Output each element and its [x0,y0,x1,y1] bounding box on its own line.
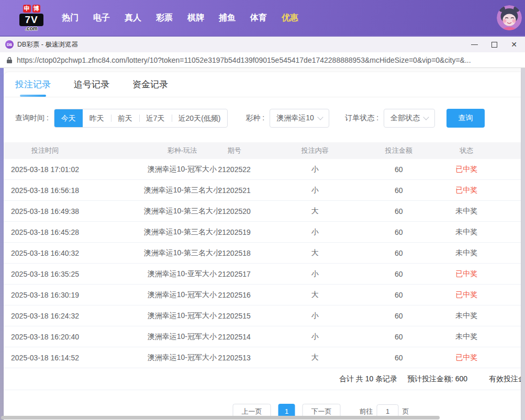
cell-time: 2025-03-18 16:14:52 [11,354,79,362]
cell-play: 澳洲幸运10-第三名大小 [144,207,220,216]
nav-item-1[interactable]: 电子 [86,13,117,24]
logo-char-1: 申 [23,5,31,13]
cell-content: 大 [311,353,319,362]
cell-period: 21202516 [218,291,250,299]
summary-total-records: 合计 共 10 条记录 [339,374,397,384]
brand-logo[interactable]: 申 博 7V .com [15,5,48,31]
cell-status: 未中奖 [455,207,477,216]
column-header-4: 投注金额 [385,146,412,155]
cell-content: 小 [311,311,319,321]
logo-sub-text: .com [15,26,48,31]
table-row: 2025-03-18 16:24:32澳洲幸运10-冠军大小21202515小6… [4,305,521,326]
cell-period: 21202522 [218,165,250,174]
table-row: 2025-03-18 16:30:19澳洲幸运10-冠军大小21202516大6… [4,285,521,305]
app-icon: DB [5,40,14,49]
cell-time: 2025-03-18 16:49:38 [11,207,79,215]
filter-bar: 查询时间 : 今天昨天前天近7天近20天(低频) 彩种 : 澳洲幸运10 订单状… [4,109,521,128]
close-button[interactable]: ✕ [504,37,524,52]
cell-time: 2025-03-18 16:56:18 [11,186,79,195]
bet-records-table: 投注时间彩种-玩法期号投注内容投注金额状态 2025-03-18 17:01:0… [4,142,521,390]
cell-content: 小 [311,165,319,174]
vertical-scrollbar-track[interactable] [521,68,525,420]
minimize-icon [471,44,478,45]
window-titlebar[interactable]: DB DB彩票 - 极速浏览器 ✕ [0,36,525,52]
record-tabs: 投注记录追号记录资金记录 [4,72,521,97]
cell-period: 21202517 [218,270,250,278]
maximize-button[interactable] [484,37,504,52]
order-status-select[interactable]: 全部状态 [384,109,435,128]
avatar-illustration [497,5,522,30]
nav-item-5[interactable]: 捕鱼 [211,13,243,24]
goto-page-label: 前往 [360,407,373,416]
cell-period: 21202513 [218,354,250,362]
time-option-2[interactable]: 前天 [111,109,139,127]
cell-amount: 60 [395,228,403,236]
cell-status: 未中奖 [455,248,477,258]
cell-status: 未中奖 [455,311,477,321]
nav-item-3[interactable]: 彩票 [149,13,180,24]
cell-amount: 60 [395,354,403,362]
time-option-0[interactable]: 今天 [54,109,83,127]
time-option-4[interactable]: 近20天(低频) [172,109,228,127]
table-row: 2025-03-18 17:01:02澳洲幸运10-冠军大小21202522小6… [4,159,521,180]
cell-content: 大 [311,207,319,216]
nav-item-0[interactable]: 热门 [54,13,86,24]
cell-time: 2025-03-18 16:35:25 [11,270,79,278]
nav-item-4[interactable]: 棋牌 [180,13,211,24]
column-header-3: 投注内容 [301,146,329,155]
user-avatar[interactable] [497,5,522,30]
cell-time: 2025-03-18 16:20:40 [11,333,79,341]
table-row: 2025-03-18 16:14:52澳洲幸运10-冠军大小21202513大6… [4,347,521,368]
column-header-5: 状态 [460,146,473,155]
status-filter-label: 订单状态 : [345,113,378,123]
search-button[interactable]: 查询 [446,109,485,128]
cell-status: 未中奖 [455,228,477,237]
cell-content: 小 [311,186,319,195]
chevron-down-icon [318,114,323,120]
nav-item-2[interactable]: 真人 [117,13,149,24]
table-row: 2025-03-18 16:56:18澳洲幸运10-第三名大小21202521小… [4,180,521,201]
time-option-1[interactable]: 昨天 [83,109,111,127]
table-body: 2025-03-18 17:01:02澳洲幸运10-冠军大小21202522小6… [4,159,521,368]
minimize-button[interactable] [464,37,484,52]
window-controls: ✕ [464,37,524,52]
cell-period: 21202518 [218,249,250,257]
cell-period: 21202521 [218,186,250,195]
cell-amount: 60 [395,249,403,257]
cell-content: 大 [311,248,319,258]
cell-play: 澳洲幸运10-冠军大小 [148,165,217,174]
cell-time: 2025-03-18 16:30:19 [11,291,79,299]
cell-status: 已中奖 [455,165,477,174]
cell-play: 澳洲幸运10-冠军大小 [148,353,217,362]
tab-2[interactable]: 资金记录 [132,72,168,97]
cell-time: 2025-03-18 16:45:28 [11,228,79,236]
table-summary-row: 合计 共 10 条记录 预计投注金额: 600 有效投注金 [4,368,521,390]
nav-item-6[interactable]: 体育 [243,13,274,24]
cell-status: 已中奖 [455,290,477,300]
cell-amount: 60 [395,270,403,278]
cell-play: 澳洲幸运10-第三名大小 [144,228,220,237]
cell-content: 小 [311,269,319,279]
lottery-filter-label: 彩种 : [245,113,264,123]
lottery-select-value: 澳洲幸运10 [276,113,314,123]
time-filter-label: 查询时间 : [15,113,49,123]
time-option-3[interactable]: 近7天 [139,109,172,127]
horizontal-scrollbar-thumb[interactable] [1,416,440,419]
logo-main-text: 7V [19,14,43,26]
table-row: 2025-03-18 16:20:40澳洲幸运10-冠军大小21202514小6… [4,326,521,347]
tab-0[interactable]: 投注记录 [15,72,51,97]
cell-amount: 60 [395,186,403,195]
cell-period: 21202514 [218,333,250,341]
chevron-down-icon [423,114,429,120]
cell-time: 2025-03-18 17:01:02 [11,165,79,174]
cell-amount: 60 [395,207,403,215]
lock-icon [6,56,13,64]
browser-urlbar[interactable]: https://ctop02pchwp1.zfnc84.com/lottery/… [0,52,525,68]
cell-time: 2025-03-18 16:24:32 [11,312,79,320]
nav-item-7[interactable]: 优惠 [274,13,306,24]
records-card: 投注记录追号记录资金记录 查询时间 : 今天昨天前天近7天近20天(低频) 彩种… [4,72,521,420]
lottery-select[interactable]: 澳洲幸运10 [270,109,329,128]
status-select-value: 全部状态 [390,113,420,123]
tab-1[interactable]: 追号记录 [74,72,109,97]
cell-content: 小 [311,332,319,342]
